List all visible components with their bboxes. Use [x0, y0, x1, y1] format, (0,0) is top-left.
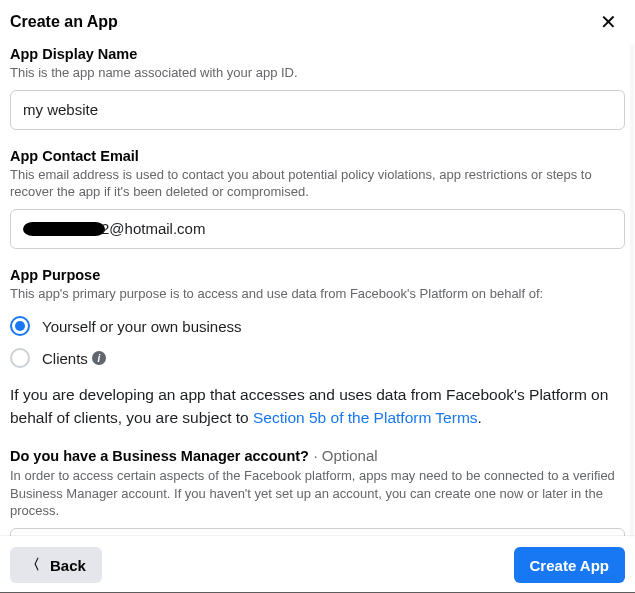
contact-email-input[interactable]: 2@hotmail.com — [10, 209, 625, 249]
create-label: Create App — [530, 557, 609, 574]
purpose-desc: This app's primary purpose is to access … — [10, 285, 625, 303]
section-business-manager: Do you have a Business Manager account? … — [10, 447, 625, 536]
optional-tag: · Optional — [313, 447, 377, 464]
purpose-option-label: Yourself or your own business — [42, 318, 242, 335]
chevron-left-icon: 〈 — [26, 556, 40, 574]
platform-terms-link[interactable]: Section 5b of the Platform Terms — [253, 409, 478, 426]
purpose-option-label: Clients — [42, 350, 88, 367]
create-app-dialog: Create an App ✕ App Display Name This is… — [0, 0, 635, 593]
radio-icon — [10, 348, 30, 368]
purpose-label: App Purpose — [10, 267, 625, 283]
section-app-purpose: App Purpose This app's primary purpose i… — [10, 267, 625, 375]
create-app-button[interactable]: Create App — [514, 547, 625, 583]
scrollbar[interactable] — [630, 44, 634, 537]
business-label: Do you have a Business Manager account? — [10, 448, 309, 464]
purpose-notice: If you are developing an app that access… — [10, 384, 625, 429]
purpose-option-clients[interactable]: Clients i — [10, 342, 625, 374]
section-display-name: App Display Name This is the app name as… — [10, 46, 625, 130]
notice-text-post: . — [478, 409, 482, 426]
close-icon[interactable]: ✕ — [596, 10, 621, 34]
purpose-option-self[interactable]: Yourself or your own business — [10, 310, 625, 342]
radio-icon — [10, 316, 30, 336]
info-icon[interactable]: i — [92, 351, 106, 365]
business-desc: In order to access certain aspects of th… — [10, 467, 625, 520]
contact-email-visible: 2@hotmail.com — [101, 220, 205, 237]
dialog-header: Create an App ✕ — [0, 0, 635, 38]
dialog-footer: 〈 Back Create App — [0, 536, 635, 593]
business-account-select[interactable]: No Business Manager Account selected ▼ — [10, 528, 625, 536]
dialog-title: Create an App — [10, 13, 118, 31]
display-name-input[interactable] — [10, 90, 625, 130]
display-name-desc: This is the app name associated with you… — [10, 64, 625, 82]
redacted-email-prefix — [23, 222, 105, 236]
contact-email-label: App Contact Email — [10, 148, 625, 164]
back-label: Back — [50, 557, 86, 574]
display-name-label: App Display Name — [10, 46, 625, 62]
dialog-body: App Display Name This is the app name as… — [0, 38, 635, 536]
back-button[interactable]: 〈 Back — [10, 547, 102, 583]
contact-email-desc: This email address is used to contact yo… — [10, 166, 625, 201]
section-contact-email: App Contact Email This email address is … — [10, 148, 625, 249]
